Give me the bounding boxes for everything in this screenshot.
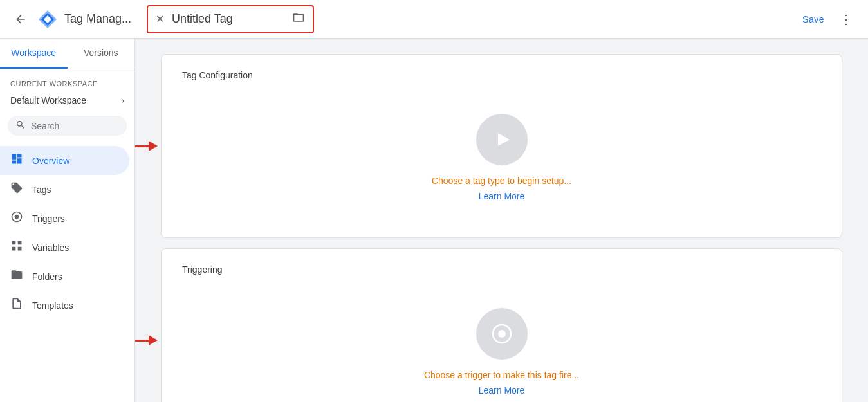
search-input[interactable]: [31, 121, 119, 131]
workspace-name: Default Workspace: [10, 95, 86, 105]
tab-workspace[interactable]: Workspace: [0, 39, 68, 69]
nav-items: Overview Tags Triggers Var: [0, 146, 134, 320]
triggering-title: Triggering: [182, 264, 821, 275]
chevron-right-icon: ›: [121, 95, 124, 105]
tab-versions[interactable]: Versions: [68, 39, 135, 69]
app-logo: [36, 8, 59, 31]
close-icon[interactable]: ✕: [156, 13, 164, 25]
folders-icon: [10, 268, 23, 284]
red-arrow-tag: [135, 141, 158, 151]
arrow-line: [135, 145, 149, 147]
arrow-head-trigger: [149, 335, 158, 345]
tag-name-bar: ✕ Untitled Tag: [147, 5, 314, 33]
search-icon: [15, 120, 26, 132]
svg-point-7: [498, 330, 506, 338]
triggering-learn-more[interactable]: Learn More: [479, 385, 525, 396]
triggering-hint: Choose a trigger to make this tag fire..…: [424, 370, 579, 380]
main-layout: Workspace Versions CURRENT WORKSPACE Def…: [0, 39, 868, 402]
sidebar-item-label: Tags: [32, 185, 51, 195]
arrow-head: [149, 141, 158, 151]
back-button[interactable]: [10, 9, 31, 30]
workspace-item[interactable]: Default Workspace ›: [3, 90, 132, 111]
save-button[interactable]: Save: [792, 9, 835, 30]
sidebar-item-templates[interactable]: Templates: [0, 291, 129, 320]
header-left: Tag Manag...: [10, 8, 131, 31]
sidebar-item-label: Overview: [32, 156, 69, 166]
sidebar-item-label: Folders: [32, 271, 62, 282]
tag-type-icon[interactable]: [476, 114, 528, 165]
tags-icon: [10, 181, 23, 197]
sidebar-item-label: Variables: [32, 242, 69, 253]
folder-icon[interactable]: [292, 11, 305, 27]
main-content: Tag Configuration Choose a tag type to b…: [135, 39, 868, 402]
search-box: [8, 116, 127, 136]
red-arrow-trigger: [135, 335, 158, 345]
tag-configuration-card: Tag Configuration Choose a tag type to b…: [161, 54, 842, 238]
app-title: Tag Manag...: [64, 12, 131, 26]
sidebar-tabs: Workspace Versions: [0, 39, 134, 69]
overview-icon: [10, 152, 23, 169]
tag-configuration-title: Tag Configuration: [182, 70, 821, 80]
tag-name-text: Untitled Tag: [172, 12, 284, 26]
sidebar-item-folders[interactable]: Folders: [0, 262, 129, 291]
sidebar-item-triggers[interactable]: Triggers: [0, 204, 129, 233]
app-header: Tag Manag... ✕ Untitled Tag Save ⋮: [0, 0, 868, 39]
triggering-card: Triggering Choose a trigger to make this…: [161, 248, 842, 402]
sidebar-item-label: Templates: [32, 300, 73, 311]
sidebar-item-label: Triggers: [32, 214, 65, 224]
sidebar-item-tags[interactable]: Tags: [0, 175, 129, 204]
sidebar-item-overview[interactable]: Overview: [0, 146, 129, 175]
triggers-icon: [10, 210, 23, 226]
arrow-line-trigger: [135, 340, 149, 342]
svg-marker-5: [498, 133, 510, 146]
current-workspace-label: CURRENT WORKSPACE: [0, 69, 134, 90]
tag-config-learn-more[interactable]: Learn More: [479, 191, 525, 201]
triggering-body: Choose a trigger to make this tag fire..…: [182, 295, 821, 402]
templates-icon: [10, 297, 23, 313]
tag-config-hint: Choose a tag type to begin setup...: [432, 176, 571, 186]
tag-configuration-body: Choose a tag type to begin setup... Lear…: [182, 101, 821, 222]
sidebar: Workspace Versions CURRENT WORKSPACE Def…: [0, 39, 135, 402]
variables-icon: [10, 239, 23, 255]
svg-point-4: [15, 215, 19, 219]
trigger-icon[interactable]: [476, 308, 528, 360]
sidebar-item-variables[interactable]: Variables: [0, 233, 129, 262]
more-options-button[interactable]: ⋮: [835, 6, 858, 32]
